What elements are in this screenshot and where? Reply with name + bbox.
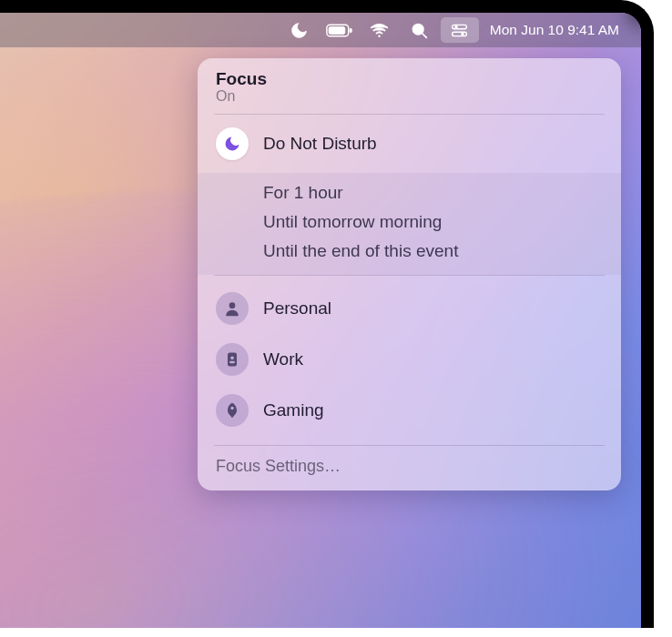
focus-mode-label: Gaming	[263, 400, 324, 420]
duration-1-hour[interactable]: For 1 hour	[198, 178, 621, 207]
svg-point-3	[379, 35, 381, 36]
control-center-icon[interactable]	[441, 17, 479, 43]
svg-line-5	[423, 34, 426, 37]
moon-icon	[216, 127, 249, 160]
person-icon	[216, 292, 249, 325]
rocket-icon	[216, 394, 249, 427]
duration-until-tomorrow[interactable]: Until tomorrow morning	[198, 207, 621, 237]
svg-point-9	[462, 33, 464, 35]
menu-bar-clock[interactable]: Mon Jun 10 9:41 AM	[481, 22, 625, 38]
menu-bar: Mon Jun 10 9:41 AM	[0, 13, 641, 47]
svg-rect-13	[229, 361, 235, 364]
svg-point-4	[413, 24, 423, 34]
dnd-durations: For 1 hour Until tomorrow morning Until …	[198, 173, 621, 275]
wifi-icon[interactable]	[361, 17, 399, 43]
focus-mode-gaming[interactable]: Gaming	[198, 385, 621, 436]
svg-point-7	[455, 25, 458, 28]
svg-rect-1	[329, 26, 345, 34]
svg-rect-2	[350, 28, 351, 32]
svg-point-10	[229, 302, 236, 308]
spotlight-icon[interactable]	[401, 17, 439, 43]
duration-until-event-end[interactable]: Until the end of this event	[198, 237, 621, 266]
focus-title: Focus	[216, 69, 603, 89]
focus-status-icon[interactable]	[280, 17, 319, 43]
battery-icon[interactable]	[321, 17, 359, 43]
svg-point-12	[230, 357, 234, 360]
do-not-disturb-label: Do Not Disturb	[263, 134, 377, 154]
svg-rect-6	[453, 25, 467, 28]
focus-status-label: On	[216, 88, 603, 105]
focus-footer: Focus Settings…	[198, 446, 621, 490]
focus-mode-label: Personal	[263, 298, 331, 318]
focus-mode-personal[interactable]: Personal	[198, 283, 621, 334]
focus-settings-link[interactable]: Focus Settings…	[216, 457, 341, 475]
badge-icon	[216, 343, 249, 376]
focus-modes: Personal Work Gaming	[198, 276, 621, 445]
focus-mode-label: Work	[263, 349, 303, 369]
focus-panel: Focus On Do Not Disturb For 1 hour Until…	[198, 58, 621, 490]
focus-mode-work[interactable]: Work	[198, 334, 621, 385]
do-not-disturb-row[interactable]: Do Not Disturb	[198, 115, 621, 173]
focus-header: Focus On	[198, 58, 621, 114]
svg-point-14	[230, 407, 233, 410]
svg-rect-8	[453, 32, 467, 35]
